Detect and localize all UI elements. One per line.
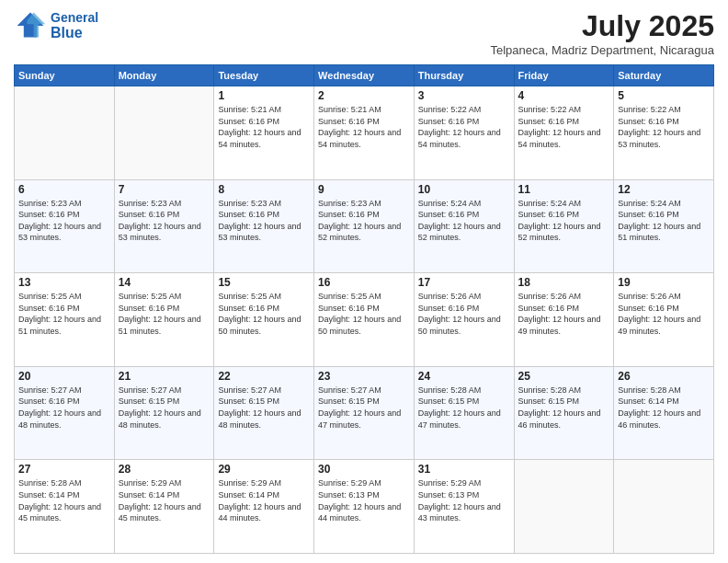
weekday-header-friday: Friday	[514, 65, 614, 86]
calendar-cell: 9Sunrise: 5:23 AM Sunset: 6:16 PM Daylig…	[314, 179, 415, 273]
page: General Blue July 2025 Telpaneca, Madriz…	[0, 0, 728, 563]
logo-text: General Blue	[51, 11, 98, 41]
day-number: 10	[418, 183, 510, 196]
logo-icon	[14, 9, 47, 42]
calendar-week-row: 27Sunrise: 5:28 AM Sunset: 6:14 PM Dayli…	[15, 460, 714, 554]
day-info: Sunrise: 5:29 AM Sunset: 6:13 PM Dayligh…	[318, 477, 410, 523]
day-number: 24	[418, 370, 510, 383]
calendar-table: SundayMondayTuesdayWednesdayThursdayFrid…	[14, 64, 714, 554]
day-info: Sunrise: 5:26 AM Sunset: 6:16 PM Dayligh…	[518, 291, 610, 337]
calendar-week-row: 13Sunrise: 5:25 AM Sunset: 6:16 PM Dayli…	[15, 273, 714, 367]
day-info: Sunrise: 5:27 AM Sunset: 6:15 PM Dayligh…	[218, 385, 310, 431]
calendar-cell: 19Sunrise: 5:26 AM Sunset: 6:16 PM Dayli…	[614, 273, 714, 367]
calendar-cell	[514, 460, 614, 554]
calendar-week-row: 6Sunrise: 5:23 AM Sunset: 6:16 PM Daylig…	[15, 179, 714, 273]
calendar-cell: 24Sunrise: 5:28 AM Sunset: 6:15 PM Dayli…	[414, 366, 514, 460]
weekday-header-thursday: Thursday	[414, 65, 514, 86]
calendar-cell: 25Sunrise: 5:28 AM Sunset: 6:15 PM Dayli…	[514, 366, 614, 460]
day-info: Sunrise: 5:25 AM Sunset: 6:16 PM Dayligh…	[218, 291, 310, 337]
calendar-cell: 1Sunrise: 5:21 AM Sunset: 6:16 PM Daylig…	[214, 86, 314, 180]
day-number: 6	[18, 183, 110, 196]
calendar-cell: 10Sunrise: 5:24 AM Sunset: 6:16 PM Dayli…	[414, 179, 514, 273]
day-info: Sunrise: 5:25 AM Sunset: 6:16 PM Dayligh…	[318, 291, 410, 337]
weekday-header-wednesday: Wednesday	[314, 65, 415, 86]
day-info: Sunrise: 5:25 AM Sunset: 6:16 PM Dayligh…	[18, 291, 110, 337]
calendar-cell: 18Sunrise: 5:26 AM Sunset: 6:16 PM Dayli…	[514, 273, 614, 367]
header: General Blue July 2025 Telpaneca, Madriz…	[14, 9, 714, 57]
day-info: Sunrise: 5:29 AM Sunset: 6:14 PM Dayligh…	[119, 477, 210, 523]
day-number: 9	[318, 183, 410, 196]
day-info: Sunrise: 5:24 AM Sunset: 6:16 PM Dayligh…	[418, 198, 510, 244]
calendar-week-row: 1Sunrise: 5:21 AM Sunset: 6:16 PM Daylig…	[15, 86, 714, 180]
day-number: 15	[218, 276, 310, 289]
calendar-cell	[614, 460, 714, 554]
calendar-cell: 16Sunrise: 5:25 AM Sunset: 6:16 PM Dayli…	[314, 273, 415, 367]
day-number: 29	[218, 463, 310, 476]
day-info: Sunrise: 5:22 AM Sunset: 6:16 PM Dayligh…	[418, 104, 510, 150]
day-number: 3	[418, 89, 510, 102]
day-number: 7	[119, 183, 210, 196]
day-number: 30	[318, 463, 410, 476]
calendar-cell: 13Sunrise: 5:25 AM Sunset: 6:16 PM Dayli…	[15, 273, 115, 367]
calendar-cell: 20Sunrise: 5:27 AM Sunset: 6:16 PM Dayli…	[15, 366, 115, 460]
day-info: Sunrise: 5:28 AM Sunset: 6:14 PM Dayligh…	[618, 385, 710, 431]
weekday-header-tuesday: Tuesday	[214, 65, 314, 86]
day-number: 31	[418, 463, 510, 476]
calendar-cell: 28Sunrise: 5:29 AM Sunset: 6:14 PM Dayli…	[114, 460, 214, 554]
weekday-header-row: SundayMondayTuesdayWednesdayThursdayFrid…	[15, 65, 714, 86]
day-number: 11	[518, 183, 610, 196]
calendar-cell: 5Sunrise: 5:22 AM Sunset: 6:16 PM Daylig…	[614, 86, 714, 180]
day-number: 26	[618, 370, 710, 383]
day-number: 14	[119, 276, 210, 289]
day-number: 25	[518, 370, 610, 383]
calendar-cell: 11Sunrise: 5:24 AM Sunset: 6:16 PM Dayli…	[514, 179, 614, 273]
calendar-week-row: 20Sunrise: 5:27 AM Sunset: 6:16 PM Dayli…	[15, 366, 714, 460]
logo-blue: Blue	[51, 25, 98, 41]
calendar-cell: 29Sunrise: 5:29 AM Sunset: 6:14 PM Dayli…	[214, 460, 314, 554]
day-number: 23	[318, 370, 410, 383]
day-number: 12	[618, 183, 710, 196]
day-info: Sunrise: 5:24 AM Sunset: 6:16 PM Dayligh…	[518, 198, 610, 244]
location: Telpaneca, Madriz Department, Nicaragua	[490, 43, 714, 57]
day-info: Sunrise: 5:29 AM Sunset: 6:14 PM Dayligh…	[218, 477, 310, 523]
calendar-cell	[114, 86, 214, 180]
day-number: 2	[318, 89, 410, 102]
month-title: July 2025	[490, 9, 714, 43]
day-number: 16	[318, 276, 410, 289]
day-info: Sunrise: 5:26 AM Sunset: 6:16 PM Dayligh…	[418, 291, 510, 337]
calendar-cell: 7Sunrise: 5:23 AM Sunset: 6:16 PM Daylig…	[114, 179, 214, 273]
calendar-cell: 21Sunrise: 5:27 AM Sunset: 6:15 PM Dayli…	[114, 366, 214, 460]
calendar-cell: 12Sunrise: 5:24 AM Sunset: 6:16 PM Dayli…	[614, 179, 714, 273]
calendar-cell: 8Sunrise: 5:23 AM Sunset: 6:16 PM Daylig…	[214, 179, 314, 273]
day-info: Sunrise: 5:27 AM Sunset: 6:15 PM Dayligh…	[318, 385, 410, 431]
day-number: 28	[119, 463, 210, 476]
calendar-cell: 23Sunrise: 5:27 AM Sunset: 6:15 PM Dayli…	[314, 366, 415, 460]
weekday-header-monday: Monday	[114, 65, 214, 86]
day-info: Sunrise: 5:22 AM Sunset: 6:16 PM Dayligh…	[518, 104, 610, 150]
calendar-cell	[15, 86, 115, 180]
logo-general: General	[51, 11, 98, 25]
weekday-header-saturday: Saturday	[614, 65, 714, 86]
calendar-cell: 3Sunrise: 5:22 AM Sunset: 6:16 PM Daylig…	[414, 86, 514, 180]
day-info: Sunrise: 5:28 AM Sunset: 6:15 PM Dayligh…	[518, 385, 610, 431]
title-block: July 2025 Telpaneca, Madriz Department, …	[490, 9, 714, 57]
day-info: Sunrise: 5:28 AM Sunset: 6:15 PM Dayligh…	[418, 385, 510, 431]
day-info: Sunrise: 5:23 AM Sunset: 6:16 PM Dayligh…	[218, 198, 310, 244]
day-info: Sunrise: 5:25 AM Sunset: 6:16 PM Dayligh…	[119, 291, 210, 337]
day-info: Sunrise: 5:23 AM Sunset: 6:16 PM Dayligh…	[18, 198, 110, 244]
day-number: 4	[518, 89, 610, 102]
weekday-header-sunday: Sunday	[15, 65, 115, 86]
day-number: 20	[18, 370, 110, 383]
logo: General Blue	[14, 9, 98, 42]
day-number: 22	[218, 370, 310, 383]
day-number: 18	[518, 276, 610, 289]
day-info: Sunrise: 5:24 AM Sunset: 6:16 PM Dayligh…	[618, 198, 710, 244]
calendar-cell: 15Sunrise: 5:25 AM Sunset: 6:16 PM Dayli…	[214, 273, 314, 367]
day-number: 5	[618, 89, 710, 102]
day-number: 19	[618, 276, 710, 289]
day-info: Sunrise: 5:22 AM Sunset: 6:16 PM Dayligh…	[618, 104, 710, 150]
calendar-cell: 4Sunrise: 5:22 AM Sunset: 6:16 PM Daylig…	[514, 86, 614, 180]
day-info: Sunrise: 5:23 AM Sunset: 6:16 PM Dayligh…	[318, 198, 410, 244]
calendar-cell: 17Sunrise: 5:26 AM Sunset: 6:16 PM Dayli…	[414, 273, 514, 367]
day-number: 21	[119, 370, 210, 383]
